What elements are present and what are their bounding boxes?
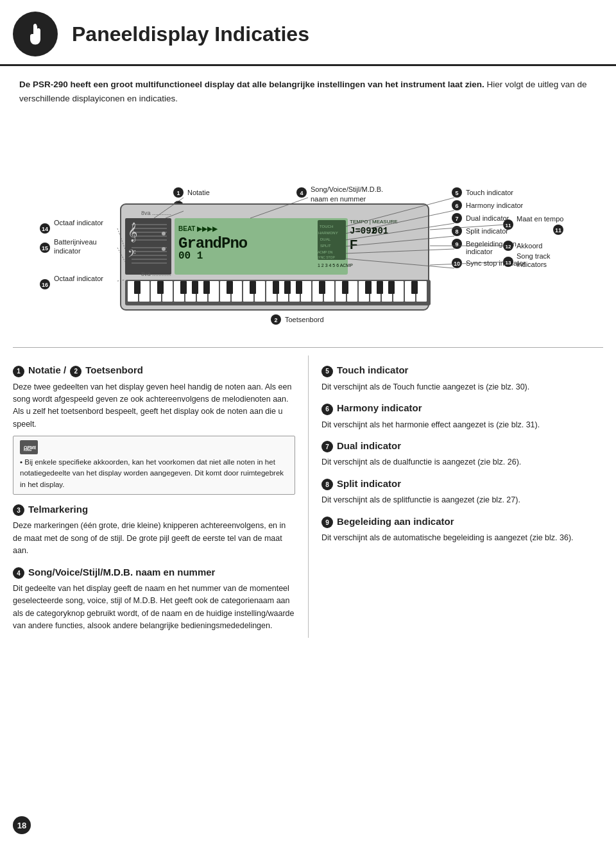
- svg-text:Dual indicator: Dual indicator: [466, 214, 509, 222]
- section8-title: Split indicator: [337, 478, 401, 489]
- svg-text:1: 1: [176, 190, 180, 196]
- svg-text:15: 15: [42, 245, 48, 252]
- svg-text:HARMONY: HARMONY: [318, 231, 338, 235]
- svg-text:6: 6: [455, 203, 458, 209]
- note-text: • Bij enkele specifieke akkoorden, kan h…: [20, 457, 288, 490]
- svg-text:indicators: indicators: [517, 261, 547, 268]
- svg-point-58: [162, 232, 166, 235]
- svg-text:Notatie: Notatie: [187, 189, 210, 196]
- svg-rect-114: [319, 281, 325, 294]
- page-number-container: 18: [13, 816, 31, 834]
- svg-text:1 2 3 4 5 6 ACMP: 1 2 3 4 5 6 ACMP: [318, 263, 353, 268]
- svg-text:Toetsenbord: Toetsenbord: [285, 316, 324, 323]
- section6-header: 6 Harmony indicator: [321, 402, 603, 415]
- section5-header: 5 Touch indicator: [321, 364, 603, 377]
- svg-rect-103: [416, 281, 427, 302]
- section5-body: Dit verschijnt als de Touch functie aang…: [321, 381, 603, 393]
- svg-text:TOUCH: TOUCH: [320, 225, 333, 228]
- two-column-content: 1 Notatie / 2 Toetsenbord Deze twee gede…: [0, 355, 616, 637]
- svg-text:16: 16: [42, 282, 48, 288]
- svg-text:Akkoord: Akkoord: [517, 242, 542, 250]
- svg-text:𝄢: 𝄢: [128, 248, 136, 262]
- svg-text:5: 5: [455, 190, 458, 196]
- hand-svg: [22, 21, 48, 47]
- section9-number: 9: [321, 517, 333, 528]
- svg-text:ACMP ON: ACMP ON: [318, 250, 333, 254]
- svg-rect-107: [192, 281, 198, 294]
- svg-text:8: 8: [455, 228, 458, 235]
- svg-text:indicator: indicator: [54, 247, 81, 255]
- section6-body: Dit verschijnt als het harmonie effect a…: [321, 419, 603, 431]
- svg-rect-119: [411, 281, 418, 294]
- section2-number-inline: 2: [70, 366, 81, 377]
- page-header: Paneeldisplay Indicaties: [0, 0, 616, 66]
- svg-text:13: 13: [506, 260, 511, 266]
- section1-body: Deze twee gedeelten van het display geve…: [13, 381, 295, 431]
- svg-text:Octaaf indicator: Octaaf indicator: [54, 219, 103, 227]
- svg-text:14: 14: [42, 226, 48, 232]
- section3-title: Telmarkering: [28, 504, 88, 515]
- svg-rect-112: [284, 281, 291, 294]
- svg-text:Octaaf indicator: Octaaf indicator: [54, 275, 103, 282]
- note-box: OPMER KING • Bij enkele specifieke akkoo…: [13, 436, 295, 495]
- section8-header: 8 Split indicator: [321, 478, 603, 491]
- svg-text:Song track: Song track: [517, 252, 551, 260]
- section2-title-inline: Toetsenbord: [85, 364, 143, 375]
- svg-text:F: F: [350, 237, 357, 252]
- page-number: 18: [17, 821, 26, 830]
- section5-title: Touch indicator: [337, 364, 408, 375]
- svg-text:indicator: indicator: [466, 248, 493, 255]
- section1-number: 1: [13, 366, 24, 377]
- svg-rect-118: [388, 281, 395, 294]
- svg-rect-115: [342, 281, 348, 294]
- section9-title: Begeleiding aan indicator: [337, 516, 454, 527]
- svg-rect-93: [301, 281, 311, 302]
- svg-text:Harmony indicator: Harmony indicator: [466, 201, 524, 209]
- opmerking-icon: OPMER KING: [20, 440, 38, 454]
- svg-rect-117: [377, 281, 383, 294]
- section7-title: Dual indicator: [337, 440, 401, 451]
- svg-text:8va ............: 8va ............: [141, 271, 171, 277]
- diagram-svg-area: 14 Octaaf indicator 15 Batterijniveau in…: [26, 121, 590, 341]
- svg-rect-105: [157, 281, 164, 294]
- svg-rect-97: [347, 281, 357, 302]
- section6-title: Harmony indicator: [337, 402, 422, 413]
- section8-number: 8: [321, 479, 333, 490]
- svg-text:DUAL: DUAL: [320, 237, 331, 241]
- note-header: OPMER KING: [20, 440, 288, 454]
- svg-text:9: 9: [455, 241, 458, 248]
- right-column: 5 Touch indicator Dit verschijnt als de …: [308, 355, 603, 637]
- svg-text:Split indicator: Split indicator: [466, 227, 508, 235]
- section3-number: 3: [13, 504, 24, 516]
- svg-rect-106: [180, 281, 187, 294]
- svg-rect-111: [273, 281, 279, 294]
- section3-header: 3 Telmarkering: [13, 504, 295, 517]
- section7-number: 7: [321, 441, 333, 452]
- section4-number: 4: [13, 567, 24, 579]
- svg-text:8va ............: 8va ............: [141, 210, 171, 216]
- section4-header: 4 Song/Voice/Stijl/M.D.B. naam en nummer: [13, 567, 295, 579]
- svg-text:Touch indicator: Touch indicator: [466, 189, 513, 196]
- svg-rect-87: [232, 281, 242, 302]
- svg-rect-110: [250, 281, 256, 294]
- section9-header: 9 Begeleiding aan indicator: [321, 516, 603, 529]
- section9-body: Dit verschijnt als de automatische begel…: [321, 532, 603, 544]
- svg-rect-113: [296, 281, 302, 294]
- diagram-section: 14 Octaaf indicator 15 Batterijniveau in…: [0, 114, 616, 347]
- svg-text:SPLIT: SPLIT: [320, 244, 331, 248]
- svg-rect-104: [134, 281, 141, 294]
- svg-text:Batterijniveau: Batterijniveau: [54, 238, 97, 246]
- section7-header: 7 Dual indicator: [321, 440, 603, 453]
- svg-text:00 1: 00 1: [178, 250, 203, 262]
- note-icon-svg: OPMER KING: [22, 441, 36, 453]
- svg-text:KING: KING: [24, 448, 32, 452]
- svg-rect-101: [393, 281, 404, 302]
- left-column: 1 Notatie / 2 Toetsenbord Deze twee gede…: [13, 355, 308, 637]
- svg-rect-85: [209, 281, 219, 302]
- section4-title: Song/Voice/Stijl/M.D.B. naam en nummer: [28, 567, 215, 578]
- svg-text:naam en nummer: naam en nummer: [311, 195, 366, 203]
- svg-text:Maat en tempo: Maat en tempo: [517, 215, 563, 223]
- svg-text:GrandPno: GrandPno: [178, 235, 248, 252]
- intro-text: De PSR-290 heeft een groot multifunction…: [19, 78, 597, 105]
- intro-bold: De PSR-290 heeft een groot multifunction…: [19, 80, 484, 89]
